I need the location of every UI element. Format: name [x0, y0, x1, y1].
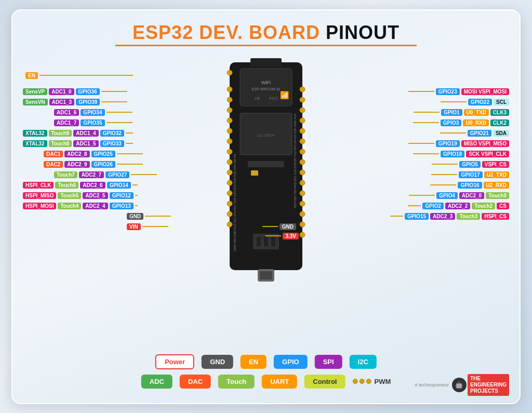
svg-point-33 — [300, 87, 305, 92]
svg-point-34 — [300, 97, 305, 102]
brand-logo: THEENGINEERINGPROJECTS — [468, 374, 509, 396]
svg-rect-15 — [257, 237, 261, 246]
pin-gpio26: DAC2 ADC2_9 GPIO26 — [44, 161, 143, 168]
pin-gpio5: VSPI_CS GPIO5 — [432, 161, 509, 168]
pin-gpio3: CLK2 U0_RXD GPIO3 — [413, 119, 509, 126]
svg-rect-1 — [250, 58, 282, 66]
svg-text:211-1810F: 211-1810F — [257, 134, 275, 137]
legend-row-1: Power GND EN GPIO SPI I2C — [155, 354, 377, 369]
pin-en-label: EN — [23, 72, 133, 79]
svg-point-47 — [300, 232, 305, 237]
pin-gpio13: HSPI_MOSI Touch4 ADC2_4 GPIO13 — [23, 203, 138, 209]
svg-point-25 — [227, 149, 232, 154]
svg-point-27 — [227, 170, 232, 175]
pin-gpio36: SensVP ADC1_0 GPIO36 — [23, 88, 127, 95]
legend-spi: SPI — [315, 355, 342, 369]
pin-en-gpio: EN — [25, 72, 38, 79]
legend-adc: ADC — [141, 375, 172, 389]
pin-gpio15: HSPI_CS Touch3 ADC2_3 GPIO15 — [390, 213, 509, 220]
pin-gpio17: U2_TXD GPIO17 — [431, 171, 510, 178]
title-part1: ESP32 DEV. BOARD — [132, 22, 320, 43]
pin-gpio14: HSPI_CLK Touch6 ADC2_6 GPIO14 — [23, 182, 138, 189]
main-card: ESP32 DEV. BOARD PINOUT WiFi ESP-WROOM-3… — [11, 9, 521, 404]
svg-rect-13 — [251, 170, 258, 176]
svg-text:WiFi: WiFi — [261, 80, 271, 85]
svg-text:📶: 📶 — [280, 91, 289, 100]
svg-point-40 — [300, 159, 305, 165]
pin-gpio18: SCK VSPI_CLK GPIO18 — [413, 151, 509, 157]
svg-point-20 — [227, 97, 232, 102]
svg-point-18 — [227, 70, 232, 75]
pin-gpio4: Touch0 ADC2_0 GPIO4 — [409, 192, 509, 199]
legend-touch: Touch — [218, 375, 255, 389]
svg-point-31 — [227, 211, 232, 217]
svg-point-24 — [227, 139, 232, 144]
title-underline — [115, 45, 417, 46]
legend-uart: UART — [262, 375, 297, 389]
svg-point-30 — [227, 201, 232, 206]
pin-gpio25: DAC1 ADC2_8 GPIO25 — [44, 151, 143, 157]
legend-en: EN — [241, 355, 267, 369]
svg-rect-3 — [260, 271, 272, 279]
watermark: # technopreneur 🤖 THEENGINEERINGPROJECTS — [415, 374, 509, 396]
pin-gpio1: CLK3 U0_TXD GPIO1 — [414, 109, 509, 116]
pin-gpio16: U2_RXD GPIO16 — [430, 182, 509, 189]
pin-gpio22: SCL GPIO22 — [441, 99, 509, 105]
svg-point-29 — [227, 191, 232, 196]
page-title: ESP32 DEV. BOARD PINOUT — [12, 10, 520, 46]
legend: Power GND EN GPIO SPI I2C ADC DAC Touch … — [141, 354, 391, 389]
svg-text:GND VIN GND D13 D12 D14 D27 D2: GND VIN GND D13 D12 D14 D27 D26 D25 D33 … — [233, 154, 236, 251]
pin-gpio19: MISO VSPI_MISO GPIO19 — [408, 140, 509, 147]
svg-point-43 — [300, 191, 305, 196]
svg-point-26 — [227, 159, 232, 165]
svg-point-44 — [300, 201, 305, 206]
svg-point-37 — [300, 128, 305, 134]
legend-row-2: ADC DAC Touch UART Control PWM — [141, 375, 391, 389]
legend-dac: DAC — [180, 375, 211, 389]
title-part2: PINOUT — [326, 22, 400, 43]
hashtag-text: # technopreneur — [415, 382, 449, 388]
pin-gnd-left: GND — [127, 213, 171, 220]
pin-gpio27: Touch7 ADC2_7 GPIO27 — [54, 171, 157, 178]
legend-power: Power — [155, 354, 194, 369]
svg-text:CE: CE — [254, 96, 260, 101]
svg-point-42 — [300, 180, 305, 185]
svg-point-39 — [300, 149, 305, 154]
svg-point-45 — [300, 211, 305, 217]
legend-i2c: I2C — [350, 355, 377, 369]
pin-gpio32: XTAL32 Touch9 ADC1_4 GPIO32 — [23, 130, 133, 137]
pin-gnd-right: GND — [262, 223, 296, 230]
svg-point-36 — [300, 118, 305, 123]
pin-gpio34: ADC1_6 GPIO34 — [54, 109, 132, 116]
svg-point-22 — [227, 118, 232, 123]
svg-point-41 — [300, 170, 305, 175]
pin-gpio12: HSPI_MISO Touch5 ADC2_5 GPIO12 — [23, 192, 138, 199]
svg-point-32 — [227, 222, 232, 227]
svg-point-38 — [300, 139, 305, 144]
svg-text:ESP-WROOM-32: ESP-WROOM-32 — [252, 87, 281, 91]
logo-icon: 🤖 — [452, 378, 467, 392]
svg-point-46 — [300, 222, 305, 227]
pin-gpio21: SDA GPIO21 — [440, 130, 509, 137]
pin-gpio33: XTAL32 Touch8 ADC1_5 GPIO33 — [23, 140, 133, 147]
pin-gpio23: MOSI VSPI_MOSI GPIO23 — [408, 88, 509, 95]
svg-point-23 — [227, 128, 232, 134]
legend-gpio: GPIO — [274, 355, 308, 369]
svg-point-35 — [300, 108, 305, 113]
svg-text:FCC: FCC — [270, 96, 278, 101]
legend-pwm: PWM — [352, 378, 391, 385]
pin-gpio35: ADC1_7 GPIO35 — [54, 119, 132, 126]
svg-point-21 — [227, 108, 232, 113]
pin-gpio2: CS Touch2 ADC2_2 GPIO2 — [408, 203, 509, 209]
pin-vin: VIN — [127, 223, 168, 230]
pin-3v3: 3.3V — [265, 233, 299, 239]
board-diagram: WiFi ESP-WROOM-32 CE FCC 📶 211-1810F — [222, 57, 310, 288]
svg-text:D23 D22 TX0 RX0 D21 D19 D18 D5: D23 D22 TX0 RX0 D21 D19 D18 D5 TX2 RX2 D… — [294, 113, 297, 208]
legend-control: Control — [304, 375, 345, 389]
svg-point-19 — [227, 87, 232, 92]
svg-point-28 — [227, 180, 232, 185]
svg-rect-12 — [248, 161, 284, 167]
pin-gpio39: SensVN ADC1_3 GPIO39 — [23, 99, 127, 105]
legend-gnd: GND — [202, 355, 233, 369]
